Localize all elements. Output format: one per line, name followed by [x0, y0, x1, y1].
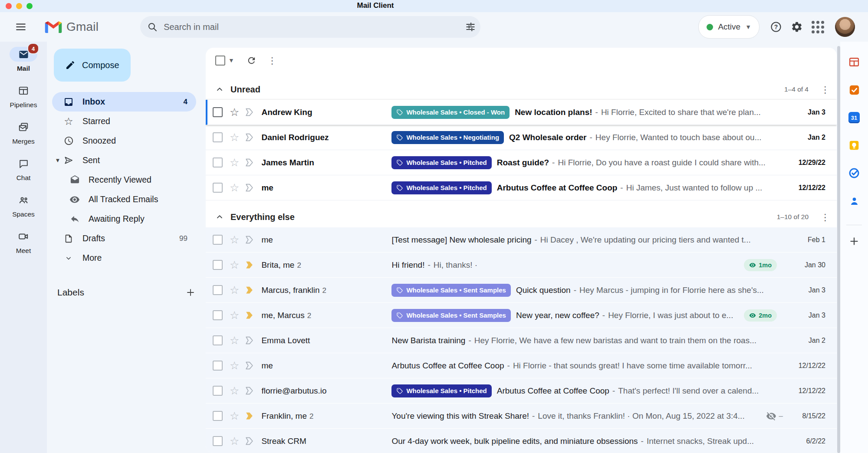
- streak-pipeline-icon[interactable]: [245, 361, 254, 370]
- pipeline-stage-badge[interactable]: Wholesale Sales • Pitched: [391, 156, 491, 169]
- section-menu-icon[interactable]: ⋮: [821, 213, 830, 222]
- row-checkbox[interactable]: [213, 260, 223, 270]
- email-row[interactable]: ☆ me Wholesale Sales • Pitched Arbutus C…: [206, 175, 837, 200]
- more-options-icon[interactable]: ⋮: [268, 56, 277, 65]
- row-checkbox[interactable]: [213, 235, 223, 245]
- star-icon[interactable]: ☆: [230, 260, 239, 270]
- email-row[interactable]: ☆ Daniel Rodriguez Wholesale Sales • Neg…: [206, 125, 837, 150]
- streak-pipeline-icon[interactable]: [245, 336, 254, 345]
- hamburger-menu-icon[interactable]: [15, 21, 27, 33]
- refresh-icon[interactable]: [247, 56, 256, 66]
- sidebar-item-recently-viewed[interactable]: Recently Viewed: [52, 170, 196, 190]
- rail-item-chat[interactable]: Chat: [0, 156, 47, 182]
- streak-pipeline-icon[interactable]: [245, 260, 254, 269]
- email-row[interactable]: ☆ Franklin, me2 You're viewing this with…: [206, 404, 837, 429]
- email-row[interactable]: ☆ Andrew King Wholesale Sales • Closed -…: [206, 100, 837, 125]
- get-addons-plus-icon[interactable]: [848, 235, 861, 248]
- email-row[interactable]: ☆ me Arbutus Coffee at Coffee Coop - Hi …: [206, 353, 837, 378]
- row-checkbox[interactable]: [213, 107, 223, 117]
- streak-pipeline-icon[interactable]: [245, 437, 254, 446]
- row-checkbox[interactable]: [213, 158, 223, 167]
- rail-item-pipelines[interactable]: Pipelines: [0, 83, 47, 109]
- sidebar-item-awaiting-reply[interactable]: Awaiting Reply: [52, 209, 196, 229]
- sidebar-item-drafts[interactable]: Drafts 99: [52, 229, 196, 248]
- star-icon[interactable]: ☆: [230, 235, 239, 245]
- streak-pipeline-icon[interactable]: [245, 235, 254, 244]
- row-checkbox[interactable]: [213, 310, 223, 320]
- rail-item-merges[interactable]: Merges: [0, 120, 47, 145]
- sidebar-item-all-tracked-emails[interactable]: All Tracked Emails: [52, 190, 196, 209]
- star-icon[interactable]: ☆: [230, 132, 239, 142]
- row-checkbox[interactable]: [213, 335, 223, 345]
- email-row[interactable]: ☆ James Martin Wholesale Sales • Pitched…: [206, 150, 837, 175]
- pipeline-stage-badge[interactable]: Wholesale Sales • Sent Samples: [391, 309, 511, 322]
- streak-pipeline-icon[interactable]: [245, 133, 254, 142]
- settings-gear-icon[interactable]: [786, 16, 807, 37]
- compose-button[interactable]: Compose: [54, 49, 131, 82]
- sidebar-item-more[interactable]: More: [52, 248, 196, 268]
- search-bar[interactable]: [140, 16, 480, 38]
- sidebar-item-sent[interactable]: ▼ Sent: [52, 151, 196, 170]
- star-icon[interactable]: ☆: [230, 361, 239, 371]
- streak-pipeline-icon[interactable]: [245, 411, 254, 420]
- rail-item-meet[interactable]: Meet: [0, 229, 47, 255]
- star-icon[interactable]: ☆: [230, 285, 239, 295]
- star-icon[interactable]: ☆: [230, 411, 239, 421]
- google-apps-grid-icon[interactable]: [807, 16, 828, 37]
- streak-status-dropdown[interactable]: Active ▼: [698, 15, 760, 39]
- email-row[interactable]: ☆ Streak CRM Our 4-day work week, bulk p…: [206, 429, 837, 453]
- select-dropdown-caret-icon[interactable]: ▼: [228, 57, 234, 64]
- scrollbar[interactable]: [837, 46, 840, 453]
- sidebar-item-inbox[interactable]: Inbox 4: [52, 92, 196, 112]
- pipeline-stage-badge[interactable]: Wholesale Sales • Closed - Won: [391, 106, 510, 119]
- email-row[interactable]: ☆ florrie@arbutus.io Wholesale Sales • P…: [206, 378, 837, 404]
- sidebar-item-snoozed[interactable]: Snoozed: [52, 131, 196, 151]
- streak-pipeline-icon[interactable]: [245, 108, 254, 117]
- contacts-icon[interactable]: [848, 194, 861, 207]
- row-checkbox[interactable]: [213, 411, 223, 421]
- rail-item-spaces[interactable]: Spaces: [0, 193, 47, 218]
- star-icon[interactable]: ☆: [230, 335, 239, 345]
- search-icon[interactable]: [147, 22, 158, 32]
- collapse-chevron-icon[interactable]: [215, 213, 224, 221]
- row-checkbox[interactable]: [213, 183, 223, 193]
- row-checkbox[interactable]: [213, 361, 223, 371]
- select-all-control[interactable]: ▼: [215, 56, 234, 66]
- rail-item-mail[interactable]: 4 Mail: [0, 47, 47, 72]
- calendar-icon[interactable]: 31: [848, 111, 861, 124]
- star-icon[interactable]: ☆: [230, 158, 239, 167]
- email-row[interactable]: ☆ Emma Lovett New Barista training - Hey…: [206, 328, 837, 353]
- pipeline-stage-badge[interactable]: Wholesale Sales • Pitched: [391, 181, 491, 194]
- sidebar-item-starred[interactable]: ☆ Starred: [52, 112, 196, 131]
- streak-pipeline-icon[interactable]: [245, 158, 254, 167]
- pipeline-stage-badge[interactable]: Wholesale Sales • Pitched: [391, 384, 491, 397]
- pipeline-stage-badge[interactable]: Wholesale Sales • Negotiating: [391, 131, 504, 144]
- pipeline-stage-badge[interactable]: Wholesale Sales • Sent Samples: [391, 284, 511, 297]
- section-menu-icon[interactable]: ⋮: [821, 85, 830, 94]
- row-checkbox[interactable]: [213, 436, 223, 446]
- star-icon[interactable]: ☆: [230, 107, 239, 117]
- star-icon[interactable]: ☆: [230, 386, 239, 396]
- email-row[interactable]: ☆ me [Test message] New wholesale pricin…: [206, 227, 837, 253]
- create-label-plus-icon[interactable]: [184, 286, 197, 299]
- tasks-circle-icon[interactable]: [848, 167, 861, 180]
- avatar[interactable]: [835, 17, 855, 37]
- streak-pipeline-icon[interactable]: [245, 386, 254, 395]
- row-checkbox[interactable]: [213, 386, 223, 396]
- star-icon[interactable]: ☆: [230, 310, 239, 320]
- expand-caret-icon[interactable]: ▼: [52, 157, 63, 164]
- select-all-checkbox[interactable]: [215, 56, 225, 66]
- streak-pipeline-icon[interactable]: [245, 183, 254, 192]
- email-row[interactable]: ☆ Brita, me2 Hi friend! - Hi, thanks! · …: [206, 253, 837, 278]
- streak-pipeline-icon[interactable]: [245, 286, 254, 295]
- row-checkbox[interactable]: [213, 285, 223, 295]
- keep-icon[interactable]: [848, 139, 861, 152]
- collapse-chevron-icon[interactable]: [215, 85, 224, 94]
- streak-grid-icon[interactable]: [848, 56, 861, 69]
- row-checkbox[interactable]: [213, 132, 223, 142]
- star-icon[interactable]: ☆: [230, 436, 239, 446]
- email-row[interactable]: ☆ me, Marcus2 Wholesale Sales • Sent Sam…: [206, 303, 837, 328]
- tasks-square-icon[interactable]: [848, 83, 861, 96]
- streak-pipeline-icon[interactable]: [245, 311, 254, 320]
- search-filter-icon[interactable]: [465, 21, 476, 33]
